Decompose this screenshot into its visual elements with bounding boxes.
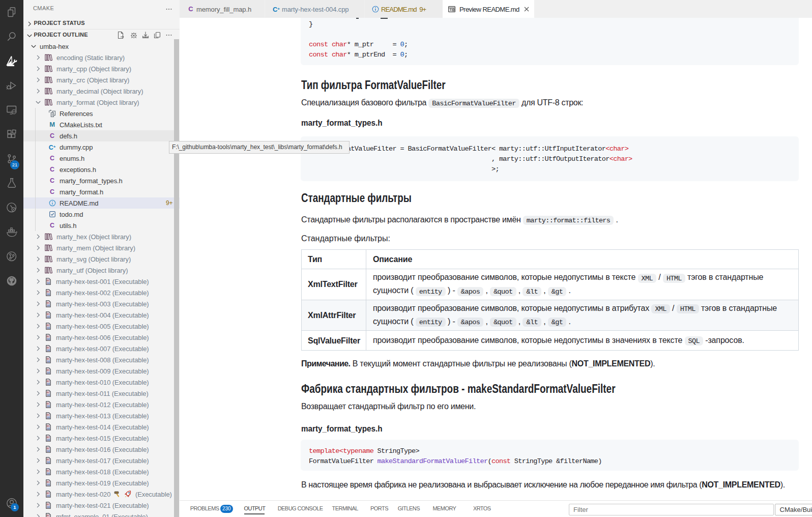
svg-text:10: 10 (47, 405, 50, 408)
svg-text:10: 10 (47, 505, 50, 508)
svg-text:10: 10 (47, 293, 50, 296)
svg-text:10: 10 (47, 326, 50, 329)
svg-text:10: 10 (47, 472, 50, 475)
svg-text:10: 10 (47, 416, 50, 419)
svg-text:10: 10 (47, 483, 50, 486)
svg-text:10: 10 (47, 382, 50, 385)
svg-text:10: 10 (47, 371, 50, 374)
svg-text:10: 10 (47, 461, 50, 464)
svg-text:10: 10 (47, 349, 50, 352)
svg-text:10: 10 (47, 494, 50, 497)
svg-text:10: 10 (47, 281, 50, 284)
svg-text:10: 10 (47, 337, 50, 340)
svg-text:10: 10 (47, 360, 50, 363)
svg-text:10: 10 (47, 449, 50, 452)
svg-text:10: 10 (47, 438, 50, 441)
svg-text:10: 10 (47, 315, 50, 318)
svg-text:10: 10 (47, 427, 50, 430)
svg-text:10: 10 (47, 304, 50, 307)
svg-text:10: 10 (47, 393, 50, 396)
